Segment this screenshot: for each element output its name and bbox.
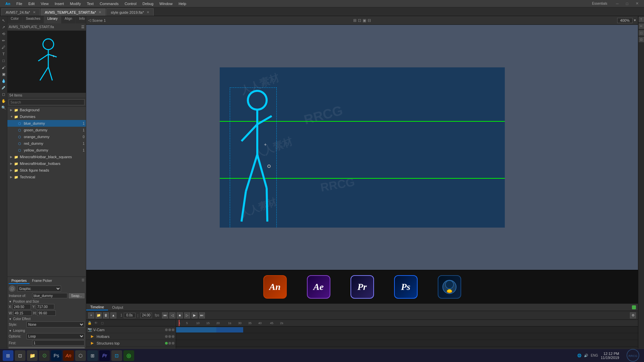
tl-delete-layer[interactable]: 🗑	[103, 312, 109, 318]
tool-pen[interactable]: 🖊	[1, 44, 7, 50]
tl-folder[interactable]: 📁	[96, 312, 102, 318]
tl-play-back[interactable]: ◁	[169, 312, 175, 318]
tree-item-technical[interactable]: ▶ 📁 Technical	[7, 174, 86, 180]
tl-goto-start[interactable]: ⏮	[162, 312, 168, 318]
tl-up[interactable]: ▲	[110, 312, 116, 318]
tool-rect[interactable]: □	[1, 58, 7, 64]
color-effect-header[interactable]: ▼ Color Effect	[9, 317, 85, 321]
loop-options-select[interactable]: Loop	[26, 333, 85, 339]
tl-new-layer[interactable]: +	[88, 312, 94, 318]
logo-animate[interactable]: An	[263, 275, 287, 299]
swap-button[interactable]: Swap...	[69, 293, 85, 298]
lib-tab-library[interactable]: Library	[44, 16, 61, 23]
nav-back-icon[interactable]: ◁	[88, 18, 91, 22]
graphic-type-select[interactable]: Graphic	[17, 286, 61, 292]
tool-select[interactable]: ↖	[1, 17, 7, 23]
looping-header[interactable]: ▼ Looping	[9, 329, 85, 333]
tree-item-stick-heads[interactable]: ▶ 📁 Stick figure heads	[7, 167, 86, 174]
tb-task-view[interactable]: ⊡	[15, 350, 25, 361]
logo-audition[interactable]	[438, 275, 461, 299]
logo-after-effects[interactable]: Ae	[307, 275, 330, 299]
right-tool-4[interactable]: ⊡	[639, 37, 644, 42]
tb-app9[interactable]: ⊡	[111, 350, 122, 361]
tab-avms-template[interactable]: AVMS_TEMPLATE_START.fla* ✕	[41, 8, 106, 16]
tab-close-1[interactable]: ✕	[99, 10, 101, 14]
tool-eraser[interactable]: ◻	[1, 91, 7, 97]
stage-tool-3[interactable]: ▣	[363, 18, 366, 23]
position-size-header[interactable]: ▼ Position and Size	[9, 300, 85, 303]
menu-modify[interactable]: Modify	[67, 1, 84, 6]
lib-tab-color[interactable]: Color	[7, 16, 22, 23]
lib-menu-icon[interactable]: ☰	[81, 25, 85, 29]
tl-time-input[interactable]	[124, 313, 136, 318]
tl-settings[interactable]: ⚙	[630, 312, 636, 318]
props-panel-menu[interactable]: ☰	[82, 278, 85, 284]
right-tool-2[interactable]: ✏	[639, 23, 644, 29]
props-tab-properties[interactable]: Properties	[9, 278, 30, 284]
tree-item-background[interactable]: ▶ 📁 Background	[7, 107, 86, 113]
tab-avm57[interactable]: AVM57_24.fla* ✕	[1, 8, 40, 16]
tree-item-yellow-dummy[interactable]: ⬡ yellow_dummy 1	[7, 147, 86, 154]
tool-eyedrop[interactable]: 💉	[1, 84, 7, 90]
layer-hotbars[interactable]: ▶ Hotbars	[86, 333, 176, 340]
tb-file-explorer[interactable]: 📁	[27, 350, 38, 361]
tb-premiere[interactable]: Pr	[99, 350, 110, 361]
tl-play-fwd[interactable]: ▶	[192, 312, 198, 318]
tree-item-minecraft-hotbars[interactable]: ▶ 📁 MinecraftHotbar_hotbars	[7, 160, 86, 167]
menu-debug[interactable]: Debug	[140, 1, 156, 6]
logo-premiere[interactable]: Pr	[351, 275, 374, 299]
tool-subselect[interactable]: ↗	[1, 24, 7, 30]
tb-app10[interactable]: ◎	[123, 350, 134, 361]
tl-goto-end[interactable]: ⏭	[199, 312, 205, 318]
tl-fps-input[interactable]	[140, 313, 152, 318]
tree-item-red-dummy[interactable]: ⬡ red_dummy 1	[7, 140, 86, 147]
menu-text[interactable]: Text	[84, 1, 96, 6]
tree-item-dummies[interactable]: ▼ 📁 Dummies	[7, 113, 86, 120]
tool-ink[interactable]: 💧	[1, 78, 7, 84]
tb-app6[interactable]: ⬡	[75, 350, 86, 361]
tool-brush[interactable]: 🖌	[1, 64, 7, 70]
tb-start-button[interactable]: ⊞	[3, 350, 13, 361]
menu-help[interactable]: Help	[176, 1, 189, 6]
logo-photoshop[interactable]: Ps	[394, 275, 418, 299]
right-tool-1[interactable]: T	[639, 17, 644, 22]
tool-transform[interactable]: ⟲	[1, 31, 7, 37]
tb-chrome[interactable]: ⊙	[39, 350, 50, 361]
tb-animate[interactable]: An	[63, 350, 74, 361]
props-tab-frame-picker[interactable]: Frame Picker	[30, 278, 55, 284]
lib-tab-swatches[interactable]: Swatches	[22, 16, 44, 23]
tl-tab-timeline[interactable]: Timeline	[86, 304, 108, 310]
maximize-btn[interactable]: □	[623, 1, 631, 6]
right-tool-3[interactable]: ◻	[639, 30, 644, 36]
layer-vcam[interactable]: 📷 V-Cam	[86, 326, 176, 333]
stage-tool-4[interactable]: ⊟	[368, 18, 371, 23]
library-search-input[interactable]	[9, 99, 85, 105]
menu-file[interactable]: File	[14, 1, 25, 6]
tab-close-0[interactable]: ✕	[33, 10, 36, 14]
menu-insert[interactable]: Insert	[52, 1, 67, 6]
tree-item-orange-dummy[interactable]: ⬡ orange_dummy 0	[7, 133, 86, 140]
tool-zoom[interactable]: 🔍	[1, 105, 7, 111]
tab-close-2[interactable]: ✕	[147, 10, 149, 14]
tree-item-blue-dummy[interactable]: ⬡ blue_dummy 1	[7, 120, 86, 127]
stage-tool-1[interactable]: ⊞	[353, 18, 357, 23]
minimize-btn[interactable]: ─	[613, 1, 622, 6]
menu-window[interactable]: Window	[157, 1, 175, 6]
tb-photoshop[interactable]: Ps	[51, 350, 62, 361]
menu-edit[interactable]: Edit	[25, 1, 37, 6]
stage-tool-2[interactable]: ⊡	[358, 18, 361, 23]
tree-item-minecraft-black[interactable]: ▶ 📁 MinecraftHotbar_black_squares	[7, 154, 86, 160]
tl-tab-output[interactable]: Output	[108, 305, 127, 310]
tool-text[interactable]: T	[1, 51, 7, 57]
tb-app7[interactable]: ⊞	[87, 350, 98, 361]
tab-style-guide[interactable]: style guide 2019.fla* ✕	[106, 8, 154, 16]
tool-hand[interactable]: ✋	[1, 98, 7, 104]
tree-item-green-dummy[interactable]: ⬡ green_dummy 1	[7, 127, 86, 133]
menu-commands[interactable]: Commands	[97, 1, 121, 6]
menu-control[interactable]: Control	[122, 1, 139, 6]
tl-stop[interactable]: ■	[177, 312, 183, 318]
tool-pencil[interactable]: ✏	[1, 38, 7, 44]
tool-fill[interactable]: ▣	[1, 71, 7, 77]
layer-structures-top[interactable]: ▶ Structures top	[86, 340, 176, 347]
zoom-dropdown-icon[interactable]: ▾	[634, 18, 636, 22]
